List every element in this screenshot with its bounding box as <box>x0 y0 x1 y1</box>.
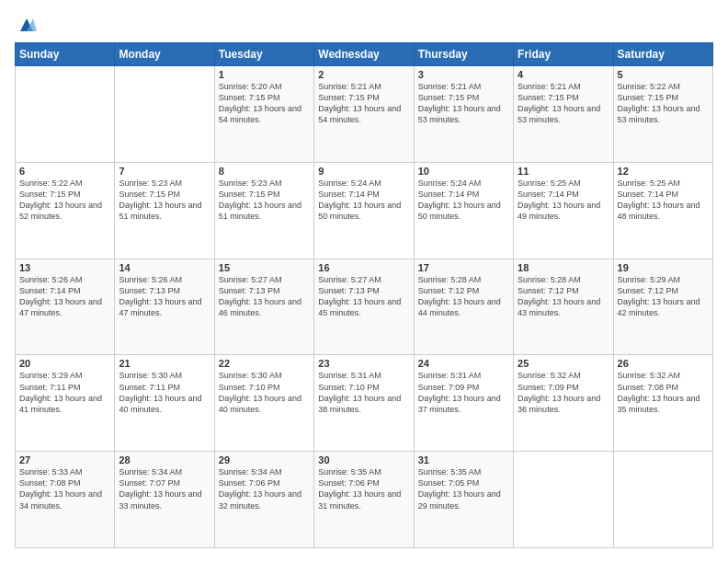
calendar-header-tuesday: Tuesday <box>214 43 313 66</box>
calendar-header-thursday: Thursday <box>414 43 513 66</box>
day-number: 24 <box>418 358 509 369</box>
day-number: 6 <box>19 166 110 177</box>
calendar-week-row: 27Sunrise: 5:33 AMSunset: 7:08 PMDayligh… <box>16 452 713 548</box>
day-number: 2 <box>318 69 409 80</box>
calendar-week-row: 20Sunrise: 5:29 AMSunset: 7:11 PMDayligh… <box>16 355 713 452</box>
day-number: 17 <box>418 262 509 273</box>
day-number: 19 <box>618 262 709 273</box>
calendar-cell <box>514 452 613 548</box>
day-number: 4 <box>518 69 609 80</box>
day-info: Sunrise: 5:34 AMSunset: 7:07 PMDaylight:… <box>119 466 210 511</box>
calendar-cell: 2Sunrise: 5:21 AMSunset: 7:15 PMDaylight… <box>314 66 414 163</box>
calendar-week-row: 13Sunrise: 5:26 AMSunset: 7:14 PMDayligh… <box>16 259 713 355</box>
day-number: 5 <box>618 69 709 80</box>
calendar-week-row: 6Sunrise: 5:22 AMSunset: 7:15 PMDaylight… <box>16 162 713 259</box>
calendar-cell: 14Sunrise: 5:26 AMSunset: 7:13 PMDayligh… <box>115 259 214 355</box>
day-info: Sunrise: 5:24 AMSunset: 7:14 PMDaylight:… <box>318 178 409 223</box>
calendar-cell: 28Sunrise: 5:34 AMSunset: 7:07 PMDayligh… <box>115 452 214 548</box>
calendar-cell: 10Sunrise: 5:24 AMSunset: 7:14 PMDayligh… <box>414 162 513 259</box>
calendar-cell: 27Sunrise: 5:33 AMSunset: 7:08 PMDayligh… <box>16 452 115 548</box>
day-number: 23 <box>318 358 409 369</box>
calendar-cell: 31Sunrise: 5:35 AMSunset: 7:05 PMDayligh… <box>414 452 513 548</box>
day-number: 28 <box>119 454 210 465</box>
day-info: Sunrise: 5:21 AMSunset: 7:15 PMDaylight:… <box>518 81 609 126</box>
day-info: Sunrise: 5:35 AMSunset: 7:06 PMDaylight:… <box>318 466 409 511</box>
day-number: 26 <box>618 358 709 369</box>
day-number: 7 <box>119 166 210 177</box>
day-number: 22 <box>219 358 310 369</box>
calendar-cell: 5Sunrise: 5:22 AMSunset: 7:15 PMDaylight… <box>613 66 712 163</box>
day-number: 31 <box>418 454 509 465</box>
calendar-cell: 20Sunrise: 5:29 AMSunset: 7:11 PMDayligh… <box>16 355 115 452</box>
day-info: Sunrise: 5:25 AMSunset: 7:14 PMDaylight:… <box>518 178 609 223</box>
calendar-cell: 18Sunrise: 5:28 AMSunset: 7:12 PMDayligh… <box>514 259 613 355</box>
calendar-cell: 11Sunrise: 5:25 AMSunset: 7:14 PMDayligh… <box>514 162 613 259</box>
calendar-cell: 22Sunrise: 5:30 AMSunset: 7:10 PMDayligh… <box>214 355 313 452</box>
calendar-header-friday: Friday <box>514 43 613 66</box>
calendar-cell <box>16 66 115 163</box>
day-info: Sunrise: 5:24 AMSunset: 7:14 PMDaylight:… <box>418 178 509 223</box>
calendar-cell: 12Sunrise: 5:25 AMSunset: 7:14 PMDayligh… <box>613 162 712 259</box>
day-info: Sunrise: 5:31 AMSunset: 7:09 PMDaylight:… <box>418 370 509 415</box>
day-number: 13 <box>19 262 110 273</box>
calendar-cell <box>115 66 214 163</box>
calendar-week-row: 1Sunrise: 5:20 AMSunset: 7:15 PMDaylight… <box>16 66 713 163</box>
day-number: 11 <box>518 166 609 177</box>
calendar-cell: 15Sunrise: 5:27 AMSunset: 7:13 PMDayligh… <box>214 259 313 355</box>
day-info: Sunrise: 5:22 AMSunset: 7:15 PMDaylight:… <box>618 81 709 126</box>
day-info: Sunrise: 5:22 AMSunset: 7:15 PMDaylight:… <box>19 178 110 223</box>
day-number: 27 <box>19 454 110 465</box>
day-info: Sunrise: 5:25 AMSunset: 7:14 PMDaylight:… <box>618 178 709 223</box>
day-number: 3 <box>418 69 509 80</box>
day-info: Sunrise: 5:20 AMSunset: 7:15 PMDaylight:… <box>219 81 310 126</box>
day-info: Sunrise: 5:35 AMSunset: 7:05 PMDaylight:… <box>418 466 509 511</box>
day-info: Sunrise: 5:23 AMSunset: 7:15 PMDaylight:… <box>219 178 310 223</box>
day-number: 10 <box>418 166 509 177</box>
day-number: 18 <box>518 262 609 273</box>
day-number: 29 <box>219 454 310 465</box>
day-info: Sunrise: 5:26 AMSunset: 7:13 PMDaylight:… <box>119 274 210 319</box>
calendar-cell <box>613 452 712 548</box>
header <box>15 15 713 33</box>
day-info: Sunrise: 5:26 AMSunset: 7:14 PMDaylight:… <box>19 274 110 319</box>
calendar-cell: 23Sunrise: 5:31 AMSunset: 7:10 PMDayligh… <box>314 355 414 452</box>
day-number: 20 <box>19 358 110 369</box>
calendar-cell: 8Sunrise: 5:23 AMSunset: 7:15 PMDaylight… <box>214 162 313 259</box>
day-info: Sunrise: 5:29 AMSunset: 7:11 PMDaylight:… <box>19 370 110 415</box>
calendar-cell: 13Sunrise: 5:26 AMSunset: 7:14 PMDayligh… <box>16 259 115 355</box>
calendar-cell: 7Sunrise: 5:23 AMSunset: 7:15 PMDaylight… <box>115 162 214 259</box>
calendar-cell: 17Sunrise: 5:28 AMSunset: 7:12 PMDayligh… <box>414 259 513 355</box>
day-info: Sunrise: 5:23 AMSunset: 7:15 PMDaylight:… <box>119 178 210 223</box>
calendar-cell: 4Sunrise: 5:21 AMSunset: 7:15 PMDaylight… <box>514 66 613 163</box>
calendar-cell: 1Sunrise: 5:20 AMSunset: 7:15 PMDaylight… <box>214 66 313 163</box>
day-info: Sunrise: 5:31 AMSunset: 7:10 PMDaylight:… <box>318 370 409 415</box>
logo-icon <box>17 15 37 35</box>
page: SundayMondayTuesdayWednesdayThursdayFrid… <box>0 0 728 563</box>
day-number: 1 <box>219 69 310 80</box>
calendar-cell: 16Sunrise: 5:27 AMSunset: 7:13 PMDayligh… <box>314 259 414 355</box>
calendar-header-wednesday: Wednesday <box>314 43 414 66</box>
calendar-cell: 6Sunrise: 5:22 AMSunset: 7:15 PMDaylight… <box>16 162 115 259</box>
day-number: 30 <box>318 454 409 465</box>
logo <box>15 15 37 33</box>
calendar-cell: 19Sunrise: 5:29 AMSunset: 7:12 PMDayligh… <box>613 259 712 355</box>
day-info: Sunrise: 5:32 AMSunset: 7:09 PMDaylight:… <box>518 370 609 415</box>
calendar-header-row: SundayMondayTuesdayWednesdayThursdayFrid… <box>16 43 713 66</box>
calendar-cell: 24Sunrise: 5:31 AMSunset: 7:09 PMDayligh… <box>414 355 513 452</box>
day-info: Sunrise: 5:33 AMSunset: 7:08 PMDaylight:… <box>19 466 110 511</box>
day-info: Sunrise: 5:27 AMSunset: 7:13 PMDaylight:… <box>219 274 310 319</box>
calendar-header-saturday: Saturday <box>613 43 712 66</box>
calendar-cell: 26Sunrise: 5:32 AMSunset: 7:08 PMDayligh… <box>613 355 712 452</box>
day-info: Sunrise: 5:30 AMSunset: 7:11 PMDaylight:… <box>119 370 210 415</box>
calendar-table: SundayMondayTuesdayWednesdayThursdayFrid… <box>15 42 713 548</box>
day-number: 21 <box>119 358 210 369</box>
day-number: 14 <box>119 262 210 273</box>
day-number: 9 <box>318 166 409 177</box>
calendar-header-monday: Monday <box>115 43 214 66</box>
day-info: Sunrise: 5:21 AMSunset: 7:15 PMDaylight:… <box>418 81 509 126</box>
day-info: Sunrise: 5:34 AMSunset: 7:06 PMDaylight:… <box>219 466 310 511</box>
calendar-cell: 21Sunrise: 5:30 AMSunset: 7:11 PMDayligh… <box>115 355 214 452</box>
day-number: 12 <box>618 166 709 177</box>
calendar-header-sunday: Sunday <box>16 43 115 66</box>
calendar-cell: 3Sunrise: 5:21 AMSunset: 7:15 PMDaylight… <box>414 66 513 163</box>
